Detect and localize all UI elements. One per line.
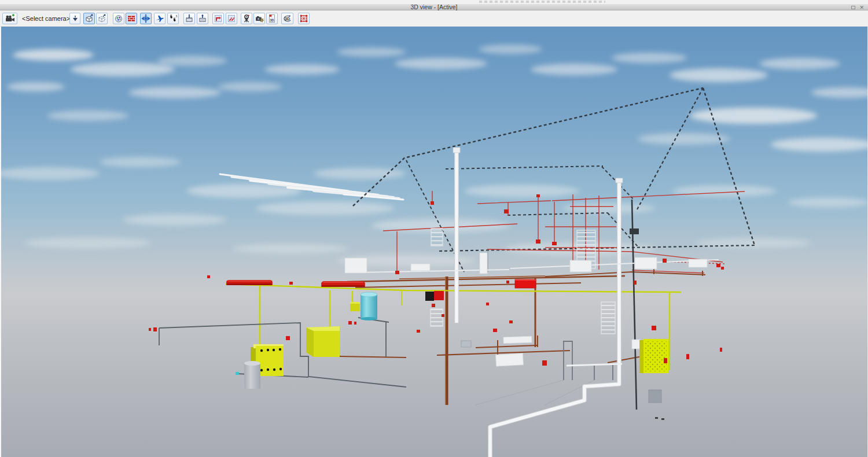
camera-gear-icon [255, 14, 264, 23]
3d-scene [1, 27, 867, 457]
movie-camera-plus-icon [5, 14, 15, 23]
projector-tripod-icon [242, 14, 251, 23]
brick-texture-view-button[interactable] [126, 13, 137, 24]
3d-document-export-button[interactable]: 3D [266, 13, 278, 24]
footsteps-icon [168, 14, 178, 23]
toolbar: <Select camera> [0, 11, 868, 27]
camera-select-value[interactable]: <Select camera> [22, 15, 66, 22]
cube-outline-arrow-icon [97, 14, 106, 23]
clipped-parent-title-text [479, 1, 605, 3]
orbit-crosshair-icon [141, 14, 150, 23]
window-title: 3D view - [Active] [0, 4, 868, 10]
close-icon[interactable]: ✕ [859, 5, 864, 10]
rotate-3d-icon: 3D [282, 14, 292, 23]
box-arrow-updown-icon [185, 14, 194, 23]
red-path-arrow-icon [214, 14, 223, 23]
document-3d-icon: 3D [267, 14, 277, 23]
recall-camera-position-button[interactable] [197, 13, 208, 24]
3d-viewport[interactable] [0, 27, 868, 457]
restore-icon[interactable] [851, 6, 855, 9]
double-red-arrows-icon [227, 14, 236, 23]
insert-camera-button[interactable] [2, 13, 17, 24]
orbit-mode-button[interactable] [140, 13, 152, 24]
titlebar[interactable]: 3D view - [Active] ✕ [0, 3, 868, 10]
parallel-view-button[interactable] [96, 13, 108, 24]
cube-arrow-icon [84, 14, 94, 23]
rotate-3d-view-button[interactable]: 3D [281, 13, 293, 24]
perspective-view-button[interactable] [83, 13, 95, 24]
rendered-view-button[interactable] [113, 13, 124, 24]
color-globe-icon [114, 14, 123, 23]
svg-text:3D: 3D [285, 17, 290, 21]
chevron-down-icon [72, 15, 79, 22]
svg-text:3D: 3D [270, 19, 274, 22]
red-frame-grid-icon [299, 14, 308, 23]
fly-mode-button[interactable] [154, 13, 165, 24]
camera-dropdown-button[interactable] [69, 13, 80, 24]
window-controls: ✕ [851, 5, 864, 10]
walk-mode-button[interactable] [167, 13, 179, 24]
box-arrow-up-icon [198, 14, 207, 23]
brick-wall-icon [127, 14, 136, 23]
snapshot-settings-button[interactable] [253, 13, 265, 24]
record-camera-path-button[interactable] [212, 13, 224, 24]
camera-projector-view-button[interactable] [241, 13, 252, 24]
store-camera-position-button[interactable] [183, 13, 195, 24]
3d-reference-frame-button[interactable] [298, 13, 310, 24]
play-camera-path-button[interactable] [226, 13, 237, 24]
airplane-icon [155, 14, 164, 23]
